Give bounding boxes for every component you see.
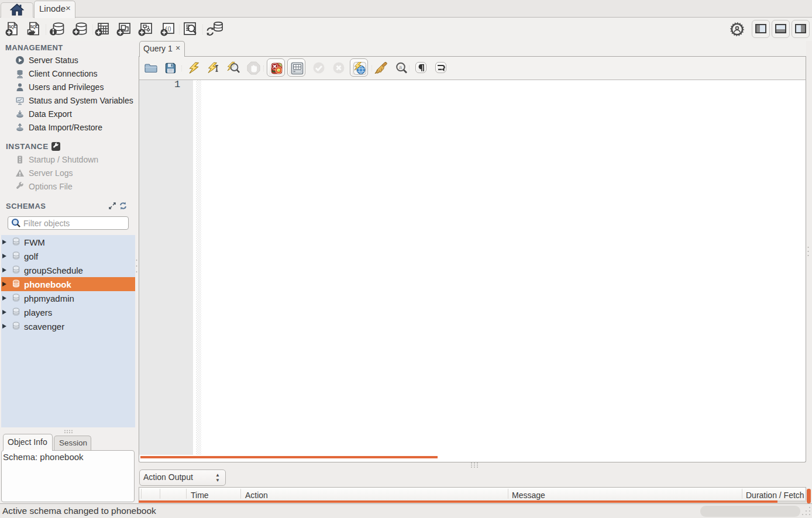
svg-text:a: a bbox=[399, 64, 402, 70]
svg-text:SQL: SQL bbox=[30, 25, 39, 29]
svg-text:SQL: SQL bbox=[9, 25, 17, 29]
svg-text:(): () bbox=[168, 26, 171, 32]
